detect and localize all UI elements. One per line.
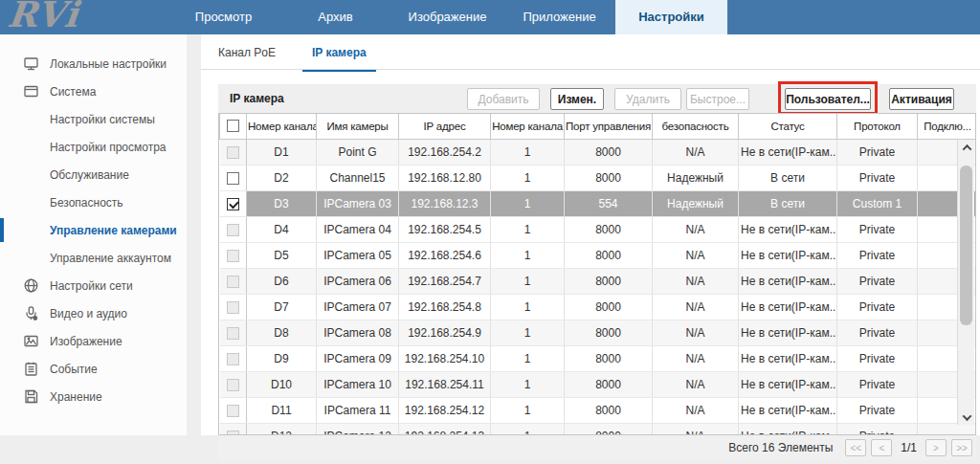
table-row[interactable]: D5IPCamera 05192.168.254.618000N/AНе в с… [220, 242, 977, 268]
row-checkbox[interactable] [227, 172, 239, 185]
sidebar-item[interactable]: Система [0, 77, 187, 105]
sidebar-item[interactable]: Хранение [0, 383, 187, 410]
table-cell: 192.168.254.13 [399, 423, 491, 435]
column-header: Протокол [837, 114, 918, 139]
column-header: безопасность [653, 114, 739, 139]
sidebar-item[interactable]: Событие [0, 355, 187, 383]
table-row[interactable]: D8IPCamera 08192.168.254.918000N/AНе в с… [220, 320, 977, 345]
toolbar-button-2[interactable]: Измен. [550, 88, 604, 110]
table-cell: D5 [247, 242, 317, 268]
table-cell: Private [837, 165, 918, 190]
top-bar: RVi ПросмотрАрхивИзображениеПриложениеНа… [0, 0, 980, 34]
table-body: D1Point G192.168.254.218000N/AНе в сети(… [220, 139, 977, 435]
table-cell: 1 [491, 320, 565, 345]
tab-1[interactable]: Канал PoE [209, 44, 285, 72]
table-row[interactable]: D6IPCamera 06192.168.254.718000N/AНе в с… [220, 268, 977, 294]
tab-2[interactable]: IP камера [302, 44, 376, 72]
main-nav: ПросмотрАрхивИзображениеПриложениеНастро… [167, 0, 727, 34]
pager-button-4: >> [951, 439, 972, 456]
table-cell: IPCamera 11 [317, 397, 399, 423]
column-header: Номер канала [247, 114, 317, 139]
table-cell: Private [837, 268, 918, 294]
table-cell: D4 [247, 216, 317, 242]
table-row[interactable]: D1Point G192.168.254.218000N/AНе в сети(… [220, 139, 977, 165]
toolbar-button-5[interactable]: Пользовател... [785, 88, 871, 110]
table-cell: 192.168.12.80 [399, 165, 491, 190]
sidebar-item[interactable]: Настройки системы [0, 105, 187, 133]
scrollbar-thumb[interactable] [960, 166, 972, 325]
table-cell: N/A [653, 423, 739, 435]
table-cell: 8000 [565, 165, 653, 190]
table-row[interactable]: D9IPCamera 09192.168.254.1018000N/AНе в … [220, 345, 977, 371]
table-cell: Не в сети(IP-кам... [739, 397, 837, 423]
sidebar-item[interactable]: Локальные настройки [0, 50, 187, 77]
table-row[interactable]: D12IPCamera 12192.168.254.1318000N/AНе в… [220, 423, 977, 435]
table-row[interactable]: D3IPCamera 03192.168.12.31554НадежныйВ с… [220, 190, 977, 216]
table-cell: Private [837, 216, 918, 242]
table-cell: 192.168.254.8 [399, 294, 491, 320]
table-cell: IPCamera 08 [317, 320, 399, 345]
table-cell: 1 [491, 268, 565, 294]
table-cell: Не в сети(IP-кам... [739, 216, 837, 242]
table-cell: 8000 [565, 345, 653, 371]
row-checkbox[interactable] [227, 198, 239, 210]
table-cell: D2 [247, 165, 317, 190]
scroll-down-icon[interactable] [958, 409, 975, 425]
table-cell: IPCamera 04 [317, 216, 399, 242]
table-cell: Custom 1 [837, 190, 918, 216]
table-cell: В сети [739, 165, 837, 190]
table-cell: 8000 [565, 397, 653, 423]
nav-item-2[interactable]: Архив [279, 0, 391, 34]
scroll-up-icon[interactable] [958, 140, 975, 155]
network-icon [23, 277, 39, 294]
table-cell: 192.168.254.10 [399, 345, 491, 371]
table-cell: Private [837, 423, 918, 435]
table-toolbar: IP камера ДобавитьИзмен.УдалитьБыстрое..… [218, 84, 976, 113]
table-cell: 8000 [565, 242, 653, 268]
sidebar-item[interactable]: Настройки сети [0, 272, 187, 299]
toolbar-button-4: Быстрое... [686, 88, 749, 110]
sidebar-item[interactable]: Видео и аудио [0, 299, 187, 327]
select-all-checkbox[interactable] [227, 120, 239, 132]
sidebar-item[interactable]: Управление камерами [0, 216, 187, 244]
table-cell: N/A [653, 242, 739, 268]
table-cell: IPCamera 12 [317, 423, 399, 435]
nav-item-4[interactable]: Приложение [503, 0, 615, 34]
table-cell: Channel15 [317, 165, 399, 190]
column-header: IP адрес [399, 114, 491, 139]
table-cell: 1 [491, 139, 565, 165]
table-row[interactable]: D2Channel15192.168.12.8018000НадежныйВ с… [220, 165, 977, 190]
table-cell: 192.168.254.11 [399, 371, 491, 397]
toolbar-button-6[interactable]: Активация [889, 88, 954, 110]
table-cell: 8000 [565, 216, 653, 242]
table-row[interactable]: D4IPCamera 04192.168.254.518000N/AНе в с… [220, 216, 977, 242]
sidebar-item[interactable]: Управление аккаунтом [0, 244, 187, 272]
table-cell: Не в сети(IP-кам... [739, 139, 837, 165]
column-header: Номер канала [491, 114, 565, 139]
table-row[interactable]: D10IPCamera 10192.168.254.1118000N/AНе в… [220, 371, 977, 397]
table-row[interactable]: D7IPCamera 07192.168.254.818000N/AНе в с… [220, 294, 977, 320]
row-checkbox [227, 276, 239, 288]
table-cell: Не в сети(IP-кам... [739, 371, 837, 397]
table-cell: IPCamera 09 [317, 345, 399, 371]
table-cell: N/A [653, 320, 739, 345]
sidebar-item[interactable]: Изображение [0, 327, 187, 355]
table-cell: IPCamera 10 [317, 371, 399, 397]
table-cell: 8000 [565, 268, 653, 294]
sidebar-item[interactable]: Обслуживание [0, 161, 187, 188]
column-header: Статус [739, 114, 837, 139]
image-icon [23, 333, 39, 349]
nav-item-3[interactable]: Изображение [391, 0, 503, 34]
sidebar-item[interactable]: Настройки просмотра [0, 133, 187, 161]
sidebar-item[interactable]: Безопасность [0, 188, 187, 216]
table-cell: Point G [317, 139, 399, 165]
table-cell: D7 [247, 294, 317, 320]
table-cell: Не в сети(IP-кам... [739, 320, 837, 345]
table-cell: N/A [653, 139, 739, 165]
table-row[interactable]: D11IPCamera 11192.168.254.1218000N/AНе в… [220, 397, 977, 423]
nav-item-5[interactable]: Настройки [615, 0, 727, 34]
toolbar-button-3: Удалить [614, 88, 681, 110]
nav-item-1[interactable]: Просмотр [167, 0, 279, 34]
table-cell: 192.168.12.3 [399, 190, 491, 216]
storage-icon [23, 388, 39, 405]
